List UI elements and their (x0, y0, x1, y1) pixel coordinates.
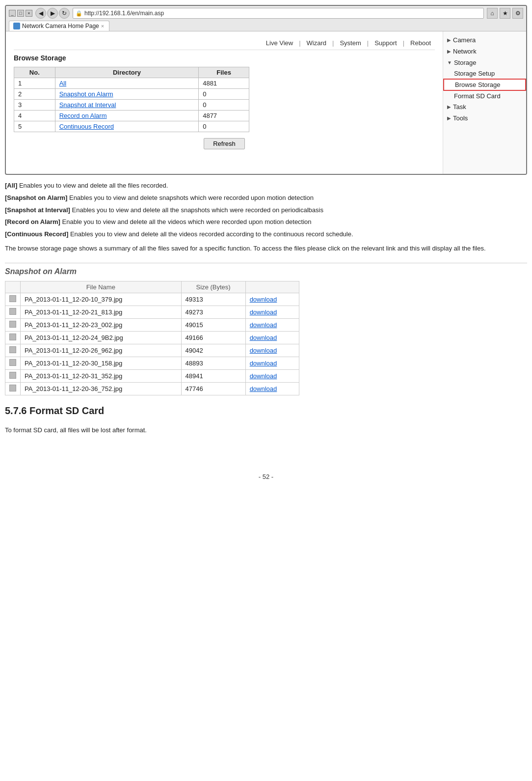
storage-row-dir: Snapshot on Alarm (55, 89, 198, 100)
snapshot-table-row: PA_2013-01-11_12-20-23_002.jpg 49015 dow… (5, 318, 299, 331)
storage-dir-link[interactable]: Snapshot at Interval (59, 101, 116, 109)
desc-all-bold: [All] (5, 182, 17, 189)
snapshot-table-row: PA_2013-01-11_12-20-36_752.jpg 47746 dow… (5, 382, 299, 395)
minimize-button[interactable]: _ (9, 10, 16, 17)
description-section: [All] Enables you to view and delete all… (5, 181, 527, 254)
nav-reboot[interactable]: Reboot (410, 39, 431, 47)
storage-table-row: 3 Snapshot at Interval 0 (14, 100, 249, 111)
storage-dir-link[interactable]: All (59, 80, 66, 87)
desc-continuous-record: [Continuous Record] Enables you to view … (5, 229, 527, 240)
storage-dir-link[interactable]: Snapshot on Alarm (59, 90, 113, 98)
tab-close-button[interactable]: × (101, 23, 104, 29)
download-link[interactable]: download (250, 334, 277, 341)
snapshot-table-row: PA_2013-01-11_12-20-10_379.jpg 49313 dow… (5, 293, 299, 306)
sidebar-task-label: Task (453, 103, 466, 111)
file-icon (9, 334, 16, 340)
nav-wizard[interactable]: Wizard (307, 39, 326, 47)
snap-row-icon (5, 318, 21, 331)
format-sd-desc: To format SD card, all files will be los… (5, 426, 527, 434)
snap-col-filename: File Name (21, 281, 182, 293)
desc-snapshot-interval-bold: [Snapshot at Interval] (5, 206, 70, 214)
snap-row-icon (5, 306, 21, 318)
refresh-button[interactable]: ↻ (59, 8, 70, 19)
file-icon (9, 295, 16, 302)
storage-dir-link[interactable]: Record on Alarm (59, 112, 107, 119)
desc-continuous-record-bold: [Continuous Record] (5, 230, 68, 238)
storage-table: No. Directory Files 1 All 4881 2 Snapsho… (14, 67, 249, 132)
snap-row-size: 49015 (181, 318, 245, 331)
download-link[interactable]: download (250, 347, 277, 354)
desc-record-alarm: [Record on Alarm] Enable you to view and… (5, 217, 527, 227)
download-link[interactable]: download (250, 321, 277, 329)
sidebar-item-task[interactable]: ▶ Task (443, 101, 526, 112)
tab-favicon (13, 23, 20, 29)
inner-page: Live View | Wizard | System | Support | … (6, 31, 526, 174)
sidebar-tools-label: Tools (453, 114, 468, 122)
task-arrow-icon: ▶ (447, 104, 451, 110)
snap-row-size: 49313 (181, 293, 245, 306)
window-controls: _ □ × (9, 10, 32, 17)
snap-row-size: 48893 (181, 357, 245, 369)
browse-storage-title: Browse Storage (14, 54, 435, 62)
settings-button[interactable]: ⚙ (512, 8, 523, 19)
snapshot-table-row: PA_2013-01-11_12-20-26_962.jpg 49042 dow… (5, 344, 299, 357)
nav-live-view[interactable]: Live View (266, 39, 293, 47)
address-bar[interactable]: 🔒 http://192.168.1.6/en/main.asp (73, 8, 484, 19)
sidebar-sub-browse-storage[interactable]: Browse Storage (443, 79, 526, 91)
home-button[interactable]: ⌂ (487, 8, 498, 19)
snap-row-download: download (245, 293, 299, 306)
sidebar-item-network[interactable]: ▶ Network (443, 46, 526, 57)
snapshot-table-row: PA_2013-01-11_12-20-21_813.jpg 49273 dow… (5, 306, 299, 318)
download-link[interactable]: download (250, 296, 277, 303)
desc-snapshot-interval: [Snapshot at Interval] Enables you to vi… (5, 205, 527, 216)
nav-sep-4: | (403, 39, 404, 47)
download-link[interactable]: download (250, 372, 277, 380)
storage-dir-link[interactable]: Continuous Record (59, 123, 114, 130)
col-directory: Directory (55, 67, 198, 78)
network-arrow-icon: ▶ (447, 49, 451, 54)
camera-arrow-icon: ▶ (447, 37, 451, 43)
nav-support[interactable]: Support (374, 39, 397, 47)
file-icon (9, 385, 16, 391)
storage-arrow-icon: ▼ (447, 60, 452, 65)
storage-row-no: 4 (14, 111, 55, 121)
snap-row-size: 48941 (181, 369, 245, 382)
storage-row-dir: Snapshot at Interval (55, 100, 198, 111)
tab-bar: Network Camera Home Page × (9, 21, 523, 31)
snap-row-icon (5, 293, 21, 306)
snapshot-table-row: PA_2013-01-11_12-20-31_352.jpg 48941 dow… (5, 369, 299, 382)
sidebar-item-camera[interactable]: ▶ Camera (443, 34, 526, 46)
snap-row-download: download (245, 382, 299, 395)
star-button[interactable]: ★ (500, 8, 510, 19)
download-link[interactable]: download (250, 360, 277, 367)
snap-row-size: 49273 (181, 306, 245, 318)
forward-button[interactable]: ▶ (47, 8, 58, 19)
snap-row-download: download (245, 318, 299, 331)
snap-row-download: download (245, 306, 299, 318)
download-link[interactable]: download (250, 385, 277, 392)
snap-row-filename: PA_2013-01-11_12-20-30_158.jpg (21, 357, 182, 369)
storage-table-row: 2 Snapshot on Alarm 0 (14, 89, 249, 100)
file-icon (9, 346, 16, 353)
snap-row-icon (5, 344, 21, 357)
snap-row-filename: PA_2013-01-11_12-20-23_002.jpg (21, 318, 182, 331)
sidebar-item-tools[interactable]: ▶ Tools (443, 112, 526, 124)
back-button[interactable]: ◀ (35, 8, 46, 19)
download-link[interactable]: download (250, 308, 277, 316)
nav-system[interactable]: System (340, 39, 361, 47)
snap-col-size: Size (Bytes) (181, 281, 245, 293)
sidebar-item-storage[interactable]: ▼ Storage (443, 57, 526, 68)
storage-row-files: 0 (199, 100, 249, 111)
active-tab[interactable]: Network Camera Home Page × (9, 21, 109, 31)
storage-row-files: 0 (199, 121, 249, 132)
snapshot-on-alarm-section: Snapshot on Alarm File Name Size (Bytes)… (5, 263, 527, 395)
sidebar-storage-label: Storage (454, 59, 477, 66)
sidebar-sub-format-sd[interactable]: Format SD Card (443, 91, 526, 101)
refresh-button[interactable]: Refresh (204, 138, 245, 149)
desc-snapshot-alarm-bold: [Snapshot on Alarm] (5, 194, 67, 201)
sidebar-sub-storage-setup[interactable]: Storage Setup (443, 68, 526, 79)
close-button[interactable]: × (26, 10, 32, 17)
maximize-button[interactable]: □ (17, 10, 24, 17)
snap-row-size: 49042 (181, 344, 245, 357)
lock-icon: 🔒 (76, 10, 82, 17)
